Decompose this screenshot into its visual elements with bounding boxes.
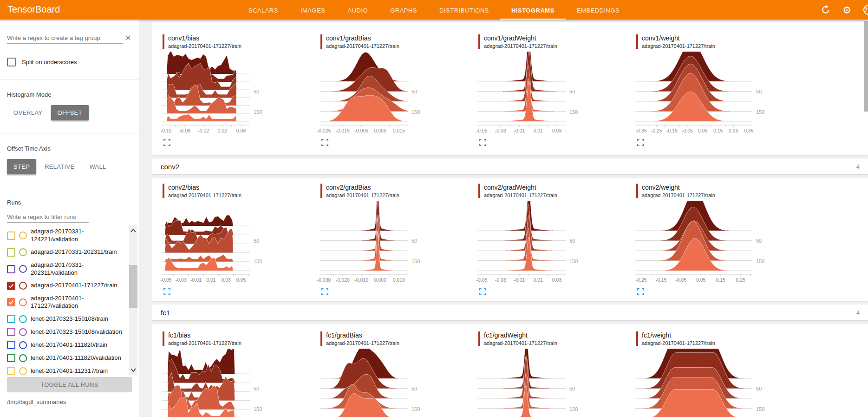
runs-scrollbar[interactable] [129, 225, 137, 375]
run-radio[interactable] [19, 328, 27, 336]
svg-text:-0.01: -0.01 [514, 128, 525, 133]
tab-embeddings[interactable]: EMBEDDINGS [566, 0, 631, 20]
time-axis-relative-button[interactable]: RELATIVE [38, 159, 81, 174]
card-run-name: adagrad-20170401-171227/train [484, 340, 633, 346]
clear-tag-filter-icon[interactable]: × [124, 33, 132, 44]
help-icon[interactable]: ? [863, 5, 868, 15]
split-on-underscores-checkbox[interactable]: Split on underscores [7, 58, 132, 66]
scroll-up-icon[interactable] [130, 228, 137, 233]
run-radio[interactable] [19, 248, 27, 256]
run-item[interactable]: adagrad-20170401-171227/train [7, 279, 127, 292]
run-item[interactable]: lenet-20170323-150108/train [7, 312, 127, 325]
settings-icon[interactable]: ⚙ [842, 5, 851, 15]
run-radio[interactable] [19, 265, 27, 273]
expand-chart-icon[interactable] [479, 139, 486, 146]
run-checkbox[interactable] [7, 282, 15, 290]
run-radio[interactable] [19, 354, 27, 362]
svg-text:-0.05: -0.05 [476, 277, 488, 283]
tab-distributions[interactable]: DISTRIBUTIONS [428, 0, 500, 20]
tab-graphs[interactable]: GRAPHS [379, 0, 428, 20]
tag-filter-input[interactable] [7, 33, 123, 44]
page-scrollbar-thumb[interactable] [864, 21, 868, 112]
svg-text:0.03: 0.03 [552, 128, 562, 133]
svg-text:150: 150 [411, 406, 420, 412]
histogram-chart[interactable]: 50150-0.05-0.03-0.010.010.03 [475, 201, 581, 284]
card-header: conv2/weightadagrad-20170401-171227/trai… [636, 184, 868, 198]
run-item[interactable]: lenet-20170401-112317/train [7, 364, 127, 375]
runs-filter-input[interactable] [7, 212, 89, 223]
run-item[interactable]: adagrad-20170331-202311/validation [7, 259, 127, 279]
histogram-card: conv1/weightadagrad-20170401-171227/trai… [633, 34, 868, 155]
scroll-down-icon[interactable] [130, 368, 137, 372]
histogram-chart[interactable]: 50150-0.25-0.15-0.050.050.150.25 [633, 201, 768, 284]
expand-chart-icon[interactable] [321, 139, 328, 146]
run-radio[interactable] [19, 232, 27, 239]
section-header-fc1[interactable]: fc14 [152, 304, 868, 320]
svg-text:-0.10: -0.10 [161, 128, 172, 133]
svg-text:50: 50 [254, 89, 259, 94]
svg-text:-0.05: -0.05 [675, 277, 686, 283]
run-checkbox[interactable] [7, 354, 15, 362]
run-item[interactable]: lenet-20170401-111820/validation [7, 351, 127, 364]
svg-text:-0.01: -0.01 [190, 277, 202, 283]
svg-text:-0.025: -0.025 [317, 128, 331, 133]
svg-text:0.15: 0.15 [713, 128, 723, 133]
card-tag-name: fc1/gradWeight [484, 331, 633, 339]
run-radio[interactable] [19, 367, 27, 375]
tab-histograms[interactable]: HISTOGRAMS [500, 0, 566, 20]
card-header: conv2/gradBiasadagrad-20170401-171227/tr… [320, 184, 475, 198]
scrollbar-thumb[interactable] [129, 265, 137, 308]
expand-chart-icon[interactable] [479, 288, 486, 295]
histogram-mode-offset-button[interactable]: OFFSET [51, 105, 89, 120]
card-tag-name: fc1/bias [168, 331, 317, 339]
histogram-chart[interactable]: 50150 [317, 349, 424, 417]
histogram-chart[interactable]: 50150 [633, 349, 768, 417]
section-count: 4 [856, 163, 868, 170]
run-item[interactable]: lenet-20170323-150108/validation [7, 325, 127, 338]
run-radio[interactable] [19, 282, 27, 290]
checkbox-box[interactable] [7, 58, 16, 66]
card-header: conv1/gradBiasadagrad-20170401-171227/tr… [320, 34, 475, 49]
check-icon [8, 299, 14, 305]
svg-text:150: 150 [411, 258, 420, 264]
histogram-chart[interactable]: 50150-0.05-0.03-0.010.010.03 [475, 52, 581, 134]
run-checkbox[interactable] [7, 232, 15, 240]
run-checkbox[interactable] [7, 265, 15, 273]
run-item[interactable]: adagrad-20170331-124221/validation [7, 225, 127, 246]
toggle-all-runs-button[interactable]: TOGGLE ALL RUNS [7, 377, 132, 392]
histogram-chart[interactable]: 50150 [475, 349, 581, 417]
section-header-conv2[interactable]: conv24 [152, 159, 868, 174]
run-radio[interactable] [19, 341, 27, 349]
histogram-chart[interactable]: 50150-0.05-0.03-0.010.010.030.05 [159, 201, 266, 284]
run-checkbox[interactable] [7, 328, 15, 336]
refresh-icon[interactable] [821, 5, 830, 14]
time-axis-step-button[interactable]: STEP [7, 159, 36, 174]
tab-audio[interactable]: AUDIO [337, 0, 379, 20]
run-item[interactable]: lenet-20170401-111820/train [7, 338, 127, 351]
tab-scalars[interactable]: SCALARS [237, 0, 289, 20]
time-axis-wall-button[interactable]: WALL [83, 159, 112, 174]
expand-chart-icon[interactable] [637, 139, 644, 146]
tab-images[interactable]: IMAGES [289, 0, 337, 20]
run-radio[interactable] [19, 315, 27, 323]
histogram-mode-overlay-button[interactable]: OVERLAY [7, 105, 49, 120]
run-checkbox[interactable] [7, 298, 15, 306]
run-radio[interactable] [19, 298, 27, 306]
histogram-chart[interactable]: 50150 [159, 349, 266, 417]
run-checkbox[interactable] [7, 367, 15, 375]
histogram-chart[interactable]: 50150-0.10-0.06-0.020.020.06 [159, 52, 266, 134]
expand-chart-icon[interactable] [321, 288, 328, 295]
run-item[interactable]: adagrad-20170331-202311/train [7, 246, 127, 259]
histogram-chart[interactable]: 50150-0.025-0.015-0.0050.0050.015 [317, 52, 424, 134]
run-checkbox[interactable] [7, 315, 15, 323]
svg-text:-0.25: -0.25 [636, 277, 647, 283]
expand-chart-icon[interactable] [637, 288, 644, 295]
run-checkbox[interactable] [7, 248, 15, 257]
run-item[interactable]: adagrad-20170401-171227/validation [7, 292, 127, 313]
svg-text:-0.03: -0.03 [176, 277, 187, 283]
run-checkbox[interactable] [7, 341, 15, 349]
histogram-chart[interactable]: 50150-0.35-0.25-0.15-0.050.050.150.250.3… [633, 52, 768, 134]
expand-chart-icon[interactable] [163, 288, 170, 295]
expand-chart-icon[interactable] [163, 139, 170, 146]
histogram-chart[interactable]: 50150-0.030-0.020-0.0100.0000.010 [317, 201, 424, 284]
